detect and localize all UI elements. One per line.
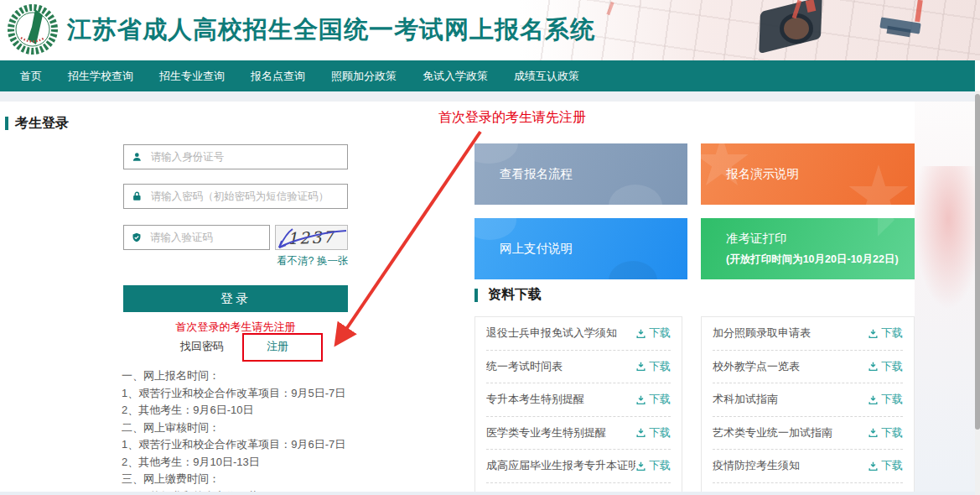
download-icon	[635, 461, 646, 472]
download-item-title: 统一考试时间表	[486, 359, 563, 374]
user-icon	[132, 151, 143, 163]
schedule-line: 三、网上缴费时间：	[122, 471, 345, 488]
page-title: 江苏省成人高校招生全国统一考试网上报名系统	[67, 13, 595, 47]
download-link[interactable]: 下载	[635, 458, 671, 473]
page-bottom-edge	[0, 492, 975, 495]
side-background-photo	[915, 91, 975, 495]
download-icon	[635, 328, 646, 339]
download-link[interactable]: 下载	[635, 359, 671, 374]
download-item-title: 校外教学点一览表	[713, 359, 800, 374]
tile-label: 查看报名流程	[500, 166, 687, 182]
section-accent-bar	[5, 117, 8, 130]
tile-sublabel: (开放打印时间为10月20日-10月22日)	[726, 253, 915, 267]
download-item: 疫情防控考生须知 下载	[713, 450, 903, 483]
page: 江苏省成人高校招生全国统一考试网上报名系统 首页 招生学校查询 招生专业查询 报…	[0, 0, 980, 495]
nav-item-site-query[interactable]: 报名点查询	[251, 69, 305, 84]
download-label: 下载	[881, 359, 903, 374]
downloads-panel-right: 加分照顾录取申请表 下载 校外教学点一览表 下载 术科加试指南 下载 艺术类专业…	[701, 316, 915, 495]
download-icon	[868, 361, 879, 372]
download-icon	[868, 461, 879, 472]
download-link[interactable]: 下载	[635, 326, 671, 341]
schedule-line: 2、其他考生：9月10日-13日	[122, 454, 345, 472]
download-item-title: 成高应届毕业生报考专升本证明	[486, 458, 635, 473]
download-label: 下载	[881, 326, 903, 341]
cloud-decoration	[609, 185, 662, 205]
schedule-line: 1、艰苦行业和校企合作改革项目：9月5日-7日	[122, 385, 345, 403]
login-section-title: 考生登录	[15, 115, 69, 133]
download-item: 成高应届毕业生报考专升本证明 下载	[486, 450, 671, 483]
register-highlight-box	[242, 333, 323, 362]
download-label: 下载	[649, 425, 671, 440]
download-label: 下载	[649, 458, 671, 473]
download-icon	[635, 361, 646, 372]
password-field-wrap	[123, 184, 348, 209]
download-item-title: 专升本考生特别提醒	[486, 392, 584, 407]
section-accent-bar	[474, 289, 478, 302]
id-number-field-wrap	[123, 144, 348, 169]
download-item: 医学类专业考生特别提醒 下载	[486, 417, 671, 451]
download-item: 术科加试指南 下载	[713, 383, 903, 417]
download-item-title: 加分照顾录取申请表	[713, 326, 811, 341]
shield-check-icon	[132, 232, 142, 243]
graduation-cap-detail	[780, 13, 813, 44]
captcha-input[interactable]	[148, 231, 269, 244]
nav-item-score-policy[interactable]: 成绩互认政策	[514, 69, 579, 84]
download-item-title: 医学类专业考生特别提醒	[486, 425, 606, 440]
id-number-input[interactable]	[149, 150, 347, 164]
download-item: 校外教学点一览表 下载	[713, 351, 903, 384]
download-item: 统一考试时间表 下载	[486, 351, 671, 384]
download-link[interactable]: 下载	[868, 425, 903, 440]
scrollbar-thumb[interactable]	[975, 94, 980, 430]
nav-item-school-query[interactable]: 招生学校查询	[68, 69, 133, 84]
download-link[interactable]: 下载	[868, 359, 903, 374]
download-item: 退役士兵申报免试入学须知 下载	[486, 317, 671, 351]
tile-payment-guide[interactable]: 网上支付说明	[474, 218, 687, 279]
download-label: 下载	[649, 392, 671, 407]
download-item: 艺术类专业统一加试指南 下载	[713, 417, 903, 451]
nav-item-home[interactable]: 首页	[20, 69, 42, 84]
nav-item-bonus-policy[interactable]: 照顾加分政策	[331, 69, 397, 84]
schedule-line: 1、艰苦行业和校企合作改革项目：9月6日-7日	[122, 436, 345, 454]
tile-label: 网上支付说明	[500, 241, 687, 257]
nav-item-exempt-policy[interactable]: 免试入学政策	[423, 69, 488, 84]
nav-divider	[0, 91, 975, 102]
captcha-image[interactable]: 1237	[275, 225, 348, 250]
download-icon	[635, 394, 646, 405]
lock-icon	[132, 190, 143, 202]
download-label: 下载	[649, 359, 671, 374]
download-link[interactable]: 下载	[868, 326, 903, 341]
forgot-password-link[interactable]: 找回密码	[180, 339, 224, 354]
downloads-section-title: 资料下载	[488, 286, 542, 304]
site-logo-icon	[7, 3, 59, 55]
download-item-title: 疫情防控考生须知	[713, 458, 800, 473]
register-annotation-text: 首次登录的考生请先注册	[438, 109, 586, 127]
schedule-line: 二、网上审核时间：	[122, 419, 345, 437]
download-link[interactable]: 下载	[868, 392, 903, 407]
download-icon	[635, 427, 646, 438]
downloads-panel-left: 退役士兵申报免试入学须知 下载 统一考试时间表 下载 专升本考生特别提醒 下载 …	[474, 316, 682, 495]
tile-print-admission-ticket[interactable]: 准考证打印 (开放打印时间为10月20日-10月22日)	[701, 218, 915, 279]
cloud-decoration	[609, 261, 657, 279]
tile-demo-guide[interactable]: 报名演示说明	[701, 143, 915, 205]
password-input[interactable]	[149, 190, 347, 203]
download-label: 下载	[881, 458, 903, 473]
cloud-decoration	[474, 143, 518, 164]
download-link[interactable]: 下载	[868, 458, 903, 473]
schedule-text: 一、网上报名时间： 1、艰苦行业和校企合作改革项目：9月5日-7日 2、其他考生…	[122, 367, 345, 495]
login-button[interactable]: 登录	[123, 285, 348, 312]
download-item-title: 退役士兵申报免试入学须知	[486, 326, 617, 341]
nav-item-major-query[interactable]: 招生专业查询	[159, 69, 225, 84]
captcha-refresh-link[interactable]: 看不清? 换一张	[277, 254, 350, 268]
cloud-decoration	[474, 218, 516, 240]
captcha-field-wrap	[123, 225, 270, 250]
download-link[interactable]: 下载	[635, 392, 671, 407]
download-link[interactable]: 下载	[635, 425, 671, 440]
main-nav: 首页 招生学校查询 招生专业查询 报名点查询 照顾加分政策 免试入学政策 成绩互…	[0, 60, 975, 91]
download-label: 下载	[881, 392, 903, 407]
download-item-title: 艺术类专业统一加试指南	[713, 425, 832, 440]
download-item-title: 术科加试指南	[713, 392, 778, 407]
schedule-line: 一、网上报名时间：	[122, 367, 345, 385]
download-icon	[868, 427, 879, 438]
tile-view-process[interactable]: 查看报名流程	[474, 143, 687, 205]
download-icon	[868, 394, 879, 405]
